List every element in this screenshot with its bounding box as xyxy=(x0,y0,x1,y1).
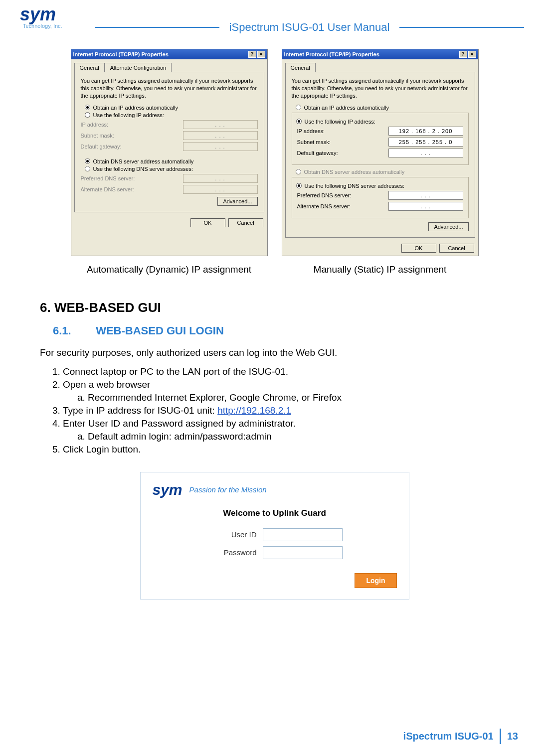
preferred-dns-label: Preferred DNS server: xyxy=(297,192,352,198)
step-item: Type in IP address for ISUG-01 unit: htt… xyxy=(63,405,509,416)
radio-label: Obtain an IP address automatically xyxy=(93,105,178,111)
cancel-button[interactable]: Cancel xyxy=(439,244,474,253)
password-input[interactable] xyxy=(263,546,343,559)
default-gateway-input[interactable]: . . . xyxy=(388,149,463,157)
dialog-titlebar: Internet Protocol (TCP/IP) Properties ? … xyxy=(71,49,267,59)
ip-address-input[interactable]: 192 . 168 . 2 . 200 xyxy=(388,127,463,136)
cancel-button[interactable]: Cancel xyxy=(228,218,263,227)
dns-group: Use the following DNS server addresses: … xyxy=(292,177,469,218)
caption-left: Automatically (Dynamic) IP assignment xyxy=(71,264,268,275)
page-header: sym Technology, Inc. iSpectrum ISUG-01 U… xyxy=(0,0,549,34)
radio-label: Use the following IP address: xyxy=(93,112,164,118)
preferred-dns-input[interactable]: . . . xyxy=(388,191,463,200)
radio-label: Obtain an IP address automatically xyxy=(304,105,389,111)
tab-alternate-config[interactable]: Alternate Configuration xyxy=(105,63,172,72)
radio-icon xyxy=(85,105,90,110)
page-footer: iSpectrum ISUG-01 13 xyxy=(397,729,524,744)
advanced-button[interactable]: Advanced... xyxy=(217,197,257,206)
ip-address-label: IP address: xyxy=(297,128,325,134)
title-bar: iSpectrum ISUG-01 User Manual xyxy=(95,21,524,34)
help-button[interactable]: ? xyxy=(459,51,467,58)
userid-label: User ID xyxy=(207,530,257,539)
divider-left xyxy=(95,27,219,28)
step-item: Connect laptop or PC to the LAN port of … xyxy=(63,366,509,377)
dialog-title: Internet Protocol (TCP/IP) Properties xyxy=(73,51,169,57)
alternate-dns-input[interactable]: . . . xyxy=(183,185,258,194)
radio-label: Use the following IP address: xyxy=(305,119,375,125)
default-gateway-label: Default gateway: xyxy=(81,144,122,150)
subnet-mask-input[interactable]: . . . xyxy=(183,131,258,140)
dialog-titlebar: Internet Protocol (TCP/IP) Properties ? … xyxy=(282,49,478,59)
login-logo-text: sym xyxy=(153,481,183,498)
password-label: Password xyxy=(207,548,257,557)
userid-input[interactable] xyxy=(263,528,343,541)
subsection-heading: 6.1. WEB-BASED GUI LOGIN xyxy=(53,324,509,337)
alternate-dns-input[interactable]: . . . xyxy=(388,202,463,211)
radio-obtain-ip-auto[interactable]: Obtain an IP address automatically xyxy=(296,105,469,111)
radio-use-ip[interactable]: Use the following IP address: xyxy=(296,119,463,125)
logo-text: sym xyxy=(20,4,56,25)
tab-general[interactable]: General xyxy=(285,63,316,72)
subnet-mask-input[interactable]: 255 . 255 . 255 . 0 xyxy=(388,138,463,147)
ok-button[interactable]: OK xyxy=(190,218,225,227)
radio-obtain-ip-auto[interactable]: Obtain an IP address automatically xyxy=(85,105,258,111)
close-button[interactable]: × xyxy=(257,51,265,58)
radio-use-dns[interactable]: Use the following DNS server addresses: xyxy=(296,183,463,189)
subnet-mask-label: Subnet mask: xyxy=(81,133,114,139)
default-gateway-input[interactable]: . . . xyxy=(183,142,258,151)
dialog-row: Internet Protocol (TCP/IP) Properties ? … xyxy=(40,49,509,256)
ok-button[interactable]: OK xyxy=(401,244,436,253)
step-text: Type in IP address for ISUG-01 unit: xyxy=(63,405,217,416)
login-welcome: Welcome to Uplink Guard xyxy=(153,508,397,518)
radio-icon xyxy=(85,112,90,118)
divider-right xyxy=(399,27,524,28)
help-button[interactable]: ? xyxy=(248,51,256,58)
radio-obtain-dns-auto[interactable]: Obtain DNS server address automatically xyxy=(85,158,258,164)
footer-title: iSpectrum ISUG-01 xyxy=(397,729,500,744)
radio-icon xyxy=(85,158,90,164)
radio-use-ip[interactable]: Use the following IP address: xyxy=(85,112,258,118)
subsection-number: 6.1. xyxy=(53,324,93,337)
intro-paragraph: For security purposes, only authorized u… xyxy=(40,347,509,358)
radio-obtain-dns-auto[interactable]: Obtain DNS server address automatically xyxy=(296,169,469,175)
dialog-title: Internet Protocol (TCP/IP) Properties xyxy=(284,51,379,57)
close-button[interactable]: × xyxy=(468,51,476,58)
tcpip-dialog-manual: Internet Protocol (TCP/IP) Properties ? … xyxy=(282,49,479,256)
preferred-dns-label: Preferred DNS server: xyxy=(81,175,135,181)
tab-panel: You can get IP settings assigned automat… xyxy=(74,72,264,212)
radio-label: Use the following DNS server addresses: xyxy=(305,183,405,189)
tcpip-dialog-auto: Internet Protocol (TCP/IP) Properties ? … xyxy=(71,49,268,256)
radio-icon xyxy=(296,183,302,188)
subsection-title: WEB-BASED GUI LOGIN xyxy=(96,324,224,337)
ip-link[interactable]: http://192.168.2.1 xyxy=(217,405,291,416)
ip-address-label: IP address: xyxy=(81,122,108,128)
radio-icon xyxy=(296,119,302,124)
login-screenshot: sym Passion for the Mission Welcome to U… xyxy=(40,472,509,600)
radio-label: Obtain DNS server address automatically xyxy=(93,158,194,164)
login-panel: sym Passion for the Mission Welcome to U… xyxy=(140,472,409,600)
step-item: Open a web browser Recommended Internet … xyxy=(63,379,509,403)
preferred-dns-input[interactable]: . . . xyxy=(183,174,258,183)
login-logo: sym Passion for the Mission xyxy=(153,481,397,498)
steps-list: Connect laptop or PC to the LAN port of … xyxy=(63,366,509,455)
advanced-button[interactable]: Advanced... xyxy=(428,222,468,231)
login-button[interactable]: Login xyxy=(355,573,396,588)
ip-address-input[interactable]: . . . xyxy=(183,120,258,129)
dialog-captions: Automatically (Dynamic) IP assignment Ma… xyxy=(40,264,509,275)
tab-general[interactable]: General xyxy=(74,63,105,72)
dialog-description: You can get IP settings assigned automat… xyxy=(81,77,258,100)
caption-right: Manually (Static) IP assignment xyxy=(282,264,479,275)
substep-item: Recommended Internet Explorer, Google Ch… xyxy=(88,392,509,403)
radio-icon xyxy=(85,166,90,171)
radio-use-dns[interactable]: Use the following DNS server addresses: xyxy=(85,166,258,172)
radio-icon xyxy=(296,169,301,174)
section-heading: 6. WEB-BASED GUI xyxy=(40,300,509,315)
userid-row: User ID xyxy=(153,528,397,541)
step-text: Enter User ID and Password assigned by a… xyxy=(63,418,296,429)
login-tagline: Passion for the Mission xyxy=(189,485,267,494)
document-title: iSpectrum ISUG-01 User Manual xyxy=(225,21,394,34)
step-text: Open a web browser xyxy=(63,379,150,390)
step-item: Enter User ID and Password assigned by a… xyxy=(63,418,509,442)
password-row: Password xyxy=(153,546,397,559)
brand-logo: sym Technology, Inc. xyxy=(20,4,95,34)
